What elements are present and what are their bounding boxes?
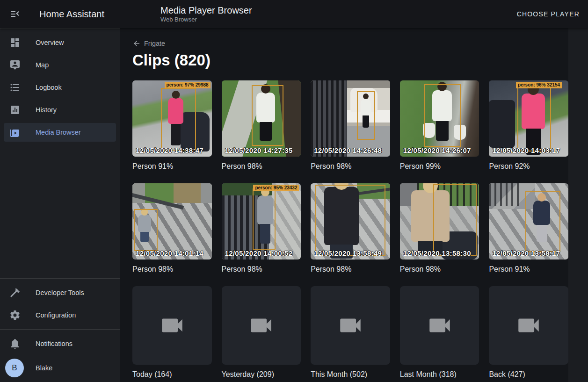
detection-bounding-box [433, 184, 477, 257]
detection-bounding-box [252, 85, 283, 146]
panel-title: Media Player Browser [160, 5, 252, 16]
clip-timestamp: 12/05/2020 14:26:07 [403, 146, 471, 154]
clip-card: 12/05/2020 13:58:30 Person 98% [400, 183, 479, 274]
folder-card-yesterday: Yesterday (209) [222, 286, 301, 379]
choose-player-button[interactable]: CHOOSE PLAYER [517, 10, 580, 18]
clip-card: 12/05/2020 14:26:07 Person 99% [400, 80, 479, 171]
scrollbar-gutter [568, 28, 588, 382]
sidebar-divider [0, 278, 120, 279]
folder-card-today: Today (164) [132, 286, 212, 379]
video-icon [337, 312, 364, 339]
sidebar-item-notifications[interactable]: Notifications [4, 334, 116, 353]
clip-thumbnail[interactable]: 12/05/2020 14:27:35 [222, 80, 301, 157]
video-icon [247, 312, 275, 339]
detection-chip: person: 97% 29988 [165, 82, 211, 88]
panel-title-block: Media Player Browser Web Browser [160, 5, 252, 23]
clip-caption: Person 91% [132, 161, 212, 171]
sidebar-header: Home Assistant [0, 8, 120, 20]
dashboard-icon [9, 37, 21, 48]
clip-thumbnail[interactable]: person: 95% 23432 12/05/2020 14:00:52 [222, 183, 301, 259]
clip-timestamp: 12/05/2020 13:58:30 [403, 249, 471, 257]
sidebar-spacer [0, 144, 120, 275]
clip-thumbnail[interactable]: 12/05/2020 14:26:07 [400, 80, 479, 157]
folder-thumbnail[interactable] [489, 286, 568, 365]
detection-bounding-box [253, 188, 276, 249]
sidebar-item-developer-tools[interactable]: Developer Tools [4, 283, 116, 302]
sidebar-item-label: Media Browser [36, 129, 81, 136]
sidebar-item-logbook[interactable]: Logbook [4, 78, 116, 97]
sidebar-item-overview[interactable]: Overview [4, 33, 116, 52]
panel-subtitle: Web Browser [160, 16, 252, 23]
clip-card: 12/05/2020 13:58:49 Person 98% [311, 183, 390, 274]
bell-icon [9, 338, 21, 349]
sidebar-item-label: Configuration [36, 311, 76, 319]
sidebar-item-label: Notifications [36, 340, 73, 347]
clip-timestamp: 12/05/2020 14:26:48 [314, 146, 382, 154]
folder-thumbnail[interactable] [222, 286, 301, 365]
clip-card: person: 95% 23432 12/05/2020 14:00:52 Pe… [222, 183, 301, 274]
arrow-left-icon [132, 39, 141, 48]
clip-caption: Person 98% [400, 264, 479, 274]
clip-thumbnail[interactable]: person: 97% 29988 12/05/2020 14:38:47 [132, 80, 212, 157]
folder-card-this-month: This Month (502) [311, 286, 390, 379]
clip-timestamp: 12/05/2020 14:01:14 [136, 249, 203, 257]
list-bulleted-icon [9, 82, 21, 93]
folder-label: Back (427) [489, 369, 568, 379]
user-name: Blake [36, 364, 52, 372]
sidebar-item-history[interactable]: History [4, 101, 116, 119]
app-toolbar: Home Assistant Media Player Browser Web … [0, 0, 588, 28]
stroller-shape [489, 100, 515, 148]
clip-caption: Person 98% [222, 264, 301, 274]
detection-bounding-box [161, 88, 196, 151]
detection-bounding-box [315, 185, 385, 256]
clip-caption: Person 92% [489, 161, 568, 171]
clip-caption: Person 98% [311, 264, 390, 274]
clip-caption: Person 99% [400, 161, 479, 171]
folder-thumbnail[interactable] [132, 286, 212, 365]
account-tooltip-icon [9, 59, 21, 71]
sidebar-item-label: History [36, 106, 57, 114]
folder-label: This Month (502) [311, 369, 390, 379]
sidebar-item-label: Logbook [36, 84, 62, 91]
detection-bounding-box [517, 84, 551, 151]
sidebar-toggle-button[interactable] [9, 8, 21, 20]
sidebar-item-map[interactable]: Map [4, 56, 116, 74]
clips-grid: person: 97% 29988 12/05/2020 14:38:47 Pe… [132, 80, 568, 379]
gear-icon [9, 310, 21, 321]
video-icon [159, 312, 186, 339]
sidebar-item-media-browser[interactable]: Media Browser [4, 123, 116, 142]
sidebar-user[interactable]: B Blake [0, 355, 120, 381]
clip-thumbnail[interactable]: 12/05/2020 14:26:48 [311, 80, 390, 157]
clip-caption: Person 91% [489, 264, 568, 274]
folder-thumbnail[interactable] [311, 286, 390, 365]
detection-bounding-box [134, 209, 158, 251]
clip-card: 12/05/2020 14:01:14 Person 98% [132, 183, 212, 274]
clip-thumbnail[interactable]: 12/05/2020 14:01:14 [132, 183, 212, 259]
clip-thumbnail[interactable]: 12/05/2020 13:58:30 [400, 183, 479, 259]
chart-box-icon [9, 104, 21, 115]
clip-timestamp: 12/05/2020 13:58:17 [492, 249, 560, 257]
sidebar-divider [0, 329, 120, 330]
detection-bounding-box [525, 191, 560, 252]
sidebar: Overview Map Logbook History Media Brows… [0, 28, 120, 382]
folder-card-last-month: Last Month (318) [400, 286, 479, 379]
sidebar-item-label: Map [36, 61, 49, 69]
clip-card: 12/05/2020 14:27:35 Person 98% [222, 80, 301, 171]
clip-card: 12/05/2020 13:58:17 Person 91% [489, 183, 568, 274]
sidebar-item-configuration[interactable]: Configuration [4, 306, 116, 324]
clip-timestamp: 12/05/2020 14:27:35 [225, 146, 293, 154]
clip-thumbnail[interactable]: 12/05/2020 13:58:17 [489, 183, 568, 259]
breadcrumb-back[interactable]: Frigate [132, 39, 165, 48]
clip-thumbnail[interactable]: person: 96% 32154 12/05/2020 14:03:17 [489, 80, 568, 157]
folder-thumbnail[interactable] [400, 286, 479, 365]
folder-label: Today (164) [132, 369, 212, 379]
avatar: B [5, 359, 24, 377]
clip-thumbnail[interactable]: 12/05/2020 13:58:49 [311, 183, 390, 259]
menu-open-icon [9, 8, 21, 20]
detection-chip: person: 96% 32154 [516, 82, 562, 88]
page-title: Clips (820) [132, 51, 568, 69]
video-icon [515, 312, 542, 339]
folder-card-back: Back (427) [489, 286, 568, 379]
sidebar-item-label: Overview [36, 39, 64, 46]
detection-bounding-box [357, 91, 375, 140]
